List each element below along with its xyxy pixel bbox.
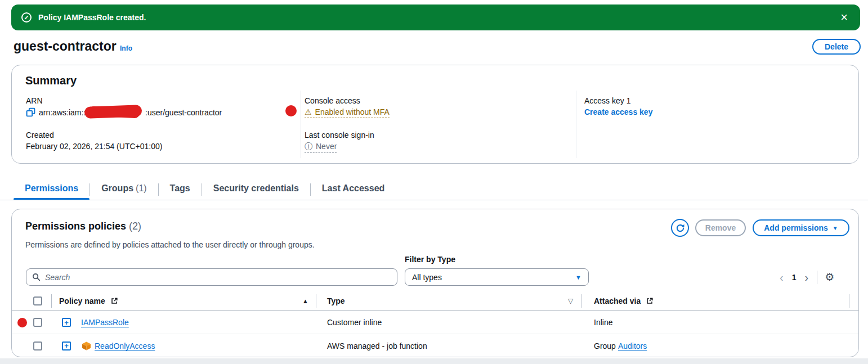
pagination-divider — [817, 271, 817, 284]
last-signin-label: Last console sign-in — [305, 131, 374, 140]
table-header-row: Policy name ▲ Type ▽ Attached via — [12, 291, 858, 311]
create-access-key-link[interactable]: Create access key — [584, 107, 652, 116]
policy-type: Customer inline — [327, 318, 382, 327]
console-access-value: ⚠Enabled without MFA — [305, 107, 390, 116]
column-header-policy-name[interactable]: Policy name — [59, 296, 118, 305]
expand-icon[interactable]: + — [62, 318, 71, 327]
tabs-bar: Permissions Groups(1) Tags Security cred… — [0, 179, 868, 200]
policies-description: Permissions are defined by policies atta… — [25, 240, 315, 249]
row-checkbox[interactable] — [33, 341, 42, 350]
tab-tags[interactable]: Tags — [159, 179, 202, 200]
filter-icon[interactable]: ▽ — [568, 297, 573, 305]
remove-button[interactable]: Remove — [695, 219, 746, 236]
pagination: ‹ 1 › ⚙ — [778, 268, 834, 286]
filter-by-type-label: Filter by Type — [405, 255, 455, 264]
close-icon[interactable]: × — [838, 11, 850, 24]
info-icon: ⓘ — [305, 142, 312, 151]
search-icon — [32, 273, 41, 281]
delete-button[interactable]: Delete — [812, 39, 861, 55]
access-key-label: Access key 1 — [584, 96, 630, 105]
policy-name-link[interactable]: ReadOnlyAccess — [95, 341, 155, 350]
tab-permissions[interactable]: Permissions — [14, 179, 90, 200]
attached-via-value: Inline — [594, 318, 612, 327]
chevron-down-icon: ▼ — [575, 274, 581, 281]
column-divider — [576, 91, 576, 158]
attached-via-link[interactable]: Auditors — [618, 341, 647, 350]
chevron-down-icon: ▼ — [833, 225, 838, 231]
external-link-icon — [646, 298, 653, 304]
add-permissions-button[interactable]: Add permissions ▼ — [753, 219, 849, 236]
search-box[interactable] — [26, 268, 397, 286]
column-header-attached-via[interactable]: Attached via — [594, 296, 653, 305]
arn-suffix: :user/guest-contractor — [145, 108, 222, 117]
policies-count: (2) — [129, 221, 141, 232]
external-link-icon — [111, 298, 118, 304]
tab-groups[interactable]: Groups(1) — [90, 179, 158, 200]
warning-icon: ⚠ — [305, 107, 312, 116]
search-input[interactable] — [45, 273, 391, 282]
column-divider — [51, 294, 52, 308]
arn-prefix: arn:aws:iam::1 — [39, 108, 90, 117]
column-header-type[interactable]: Type — [327, 296, 345, 305]
table-row: + ReadOnlyAccess AWS managed - job funct… — [12, 334, 858, 357]
policy-name-link[interactable]: IAMPassRole — [81, 318, 129, 327]
tabs-underline — [0, 200, 868, 200]
page-number[interactable]: 1 — [792, 273, 797, 282]
select-all-checkbox[interactable] — [33, 296, 42, 305]
page-bottom-strip — [0, 358, 868, 364]
refresh-button[interactable] — [671, 219, 689, 237]
attached-via-value: GroupAuditors — [594, 341, 647, 350]
table-row: + IAMPassRole Customer inline Inline — [12, 311, 858, 334]
annotation-dot — [17, 318, 27, 327]
tab-security-credentials[interactable]: Security credentials — [202, 179, 310, 200]
flashbar-message: Policy IAMPassRole created. — [38, 13, 146, 22]
column-divider — [316, 294, 316, 308]
column-divider — [849, 294, 849, 308]
row-checkbox[interactable] — [33, 318, 42, 327]
success-flashbar: ✓ Policy IAMPassRole created. × — [11, 5, 860, 30]
refresh-icon — [675, 223, 685, 233]
created-label: Created — [26, 131, 54, 140]
gear-icon[interactable]: ⚙ — [825, 271, 834, 284]
next-page-icon[interactable]: › — [803, 272, 809, 283]
policy-type: AWS managed - job function — [327, 341, 427, 350]
console-access-text[interactable]: Enabled without MFA — [315, 107, 390, 116]
annotation-dot — [285, 105, 297, 116]
summary-heading: Summary — [25, 74, 77, 87]
copy-icon[interactable] — [26, 107, 35, 117]
column-divider — [581, 294, 581, 308]
permissions-policies-card: Permissions policies (2) Permissions are… — [11, 209, 859, 357]
previous-page-icon[interactable]: ‹ — [778, 272, 785, 283]
column-divider — [301, 91, 301, 158]
tab-last-accessed[interactable]: Last Accessed — [311, 179, 396, 200]
arn-label: ARN — [26, 96, 43, 105]
aws-managed-icon — [82, 341, 91, 350]
page-title: guest-contractor — [14, 39, 117, 54]
sort-ascending-icon[interactable]: ▲ — [302, 298, 308, 304]
expand-icon[interactable]: + — [62, 341, 71, 350]
created-value: February 02, 2026, 21:54 (UTC+01:00) — [26, 142, 162, 151]
success-check-icon: ✓ — [21, 12, 32, 23]
info-link[interactable]: Info — [120, 44, 132, 52]
type-filter-select[interactable]: All types ▼ — [405, 268, 589, 286]
console-access-label: Console access — [305, 96, 360, 105]
policies-heading: Permissions policies (2) — [25, 221, 141, 232]
type-filter-value: All types — [412, 273, 442, 282]
last-signin-text[interactable]: Never — [316, 142, 337, 151]
last-signin-value: ⓘNever — [305, 142, 337, 152]
